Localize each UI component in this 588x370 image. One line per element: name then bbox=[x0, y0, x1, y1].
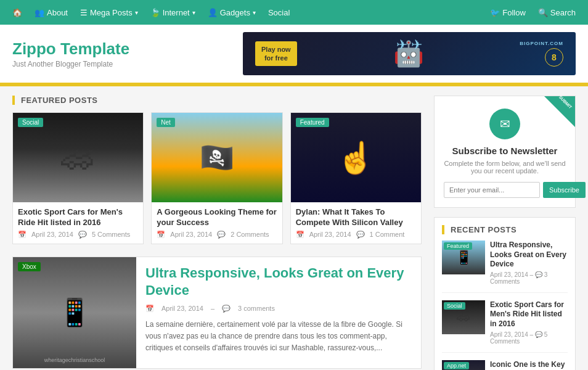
sidebar: SUBMIT ✉ Subscribe to Newsletter Complet… bbox=[434, 96, 576, 370]
animation-icon: 🏴‍☠️ bbox=[200, 141, 234, 174]
watermark: wheritagechristianschool bbox=[13, 357, 136, 363]
recent-post-3-thumb: ⌨️ App.net bbox=[442, 360, 485, 370]
calendar-icon: 📅 bbox=[145, 305, 154, 313]
large-post: 📱 Xbox wheritagechristianschool Ultra Re… bbox=[12, 257, 422, 369]
featured-card-3-image: ☝️ Featured bbox=[291, 113, 421, 202]
recent-badge-3: App.net bbox=[444, 362, 469, 369]
content-area: FEATURED POSTS 🏎 Social Exotic Sport Car… bbox=[12, 96, 422, 370]
finger-icon: ☝️ bbox=[337, 140, 375, 176]
home-icon: 🏠 bbox=[12, 8, 22, 17]
nav-search[interactable]: 🔍 Search bbox=[532, 8, 582, 17]
recent-badge-2: Social bbox=[444, 302, 465, 310]
large-post-image: 📱 Xbox wheritagechristianschool bbox=[13, 257, 136, 368]
nav-item-gadgets[interactable]: 👤 Gadgets ▾ bbox=[202, 8, 262, 17]
smartphone-icon: 📱 bbox=[57, 296, 92, 329]
large-post-title: Ultra Responsive, Looks Great on Every D… bbox=[145, 265, 414, 300]
users-icon: 👥 bbox=[35, 8, 44, 17]
featured-card-3: ☝️ Featured Dylan: What It Takes To Comp… bbox=[290, 112, 422, 244]
recent-post-3: ⌨️ App.net Iconic One is the Key to your… bbox=[442, 360, 568, 370]
banner-logo: BIGPOINT.COM 8 bbox=[520, 41, 563, 67]
recent-post-1: 📱 Featured Ultra Responsive, Looks Great… bbox=[442, 240, 568, 293]
person-icon: 👤 bbox=[208, 8, 218, 17]
recent-post-2-thumb: 🏎 Social bbox=[442, 300, 485, 334]
large-post-body: Ultra Responsive, Looks Great on Every D… bbox=[145, 257, 421, 368]
comment-icon: 💬 bbox=[222, 305, 231, 313]
nav-item-about[interactable]: 👥 About bbox=[28, 8, 74, 17]
featured-grid: 🏎 Social Exotic Sport Cars for Men's Rid… bbox=[12, 112, 422, 244]
calendar-icon: 📅 bbox=[18, 231, 27, 239]
recent-post-1-thumb: 📱 Featured bbox=[442, 240, 485, 274]
chevron-down-icon: ▾ bbox=[135, 9, 138, 16]
nav-follow[interactable]: 🐦 Follow bbox=[484, 8, 532, 17]
featured-card-2-image: 🏴‍☠️ Net bbox=[152, 113, 282, 202]
nav-item-internet[interactable]: 🍃 Internet ▾ bbox=[144, 8, 202, 17]
chevron-down-icon: ▾ bbox=[253, 9, 256, 16]
recent-post-2-meta: April 23, 2014 – 💬 5 Comments bbox=[490, 331, 568, 345]
site-subtitle: Just Another Blogger Template bbox=[12, 60, 129, 68]
recent-posts-section: RECENT POSTS 📱 Featured Ultra Responsive… bbox=[434, 217, 576, 370]
large-post-text: La semaine dernière, certainement volé p… bbox=[145, 319, 414, 355]
email-input[interactable] bbox=[444, 182, 540, 198]
comment-icon: 💬 bbox=[356, 231, 365, 239]
recent-post-2-title: Exotic Sport Cars for Men's Ride Hit lis… bbox=[490, 300, 568, 329]
newsletter-form: Subscribe bbox=[444, 182, 566, 198]
leaf-icon: 🍃 bbox=[150, 8, 160, 17]
recent-post-3-title: Iconic One is the Key to your Blogging S… bbox=[490, 360, 568, 370]
badge-xbox: Xbox bbox=[18, 262, 41, 271]
featured-card-2-title: A Gorgeous Looking Theme for your Succes… bbox=[157, 207, 277, 228]
ribbon-triangle bbox=[544, 96, 575, 127]
site-title: Zippo Template bbox=[12, 39, 129, 59]
recent-post-3-info: Iconic One is the Key to your Blogging S… bbox=[490, 360, 568, 370]
recent-post-2-info: Exotic Sport Cars for Men's Ride Hit lis… bbox=[490, 300, 568, 345]
featured-card-1-body: Exotic Sport Cars for Men's Ride Hit lis… bbox=[13, 202, 143, 244]
featured-card-1-meta: 📅 April 23, 2014 💬 5 Comments bbox=[18, 231, 138, 239]
featured-card-2-body: A Gorgeous Looking Theme for your Succes… bbox=[152, 202, 282, 244]
car-icon: 🏎 bbox=[61, 138, 95, 178]
badge-social: Social bbox=[18, 118, 43, 127]
envelope-icon: ✉ bbox=[489, 109, 520, 139]
large-post-placeholder: 📱 bbox=[13, 257, 136, 368]
featured-card-3-title: Dylan: What It Takes To Compete With Sil… bbox=[296, 207, 416, 228]
comment-icon: 💬 bbox=[78, 231, 87, 239]
featured-card-3-meta: 📅 April 23, 2014 💬 1 Comment bbox=[296, 231, 416, 239]
search-icon: 🔍 bbox=[538, 8, 548, 17]
calendar-icon: 📅 bbox=[157, 231, 165, 239]
header-banner[interactable]: Play now for free 🤖 BIGPOINT.COM 8 ✈ ✈ bbox=[243, 32, 576, 75]
large-post-meta: 📅 April 23, 2014 – 💬 3 comments bbox=[145, 305, 414, 313]
comment-icon: 💬 bbox=[535, 331, 542, 338]
calendar-icon: 📅 bbox=[296, 231, 304, 239]
newsletter-description: Complete the form below, and we'll send … bbox=[444, 160, 566, 175]
main-nav: 🏠 👥 About ☰ Mega Posts ▾ 🍃 Internet ▾ 👤 … bbox=[0, 0, 588, 25]
featured-card-1-image: 🏎 Social bbox=[13, 113, 143, 202]
nav-item-mega-posts[interactable]: ☰ Mega Posts ▾ bbox=[74, 8, 144, 17]
nav-left: 🏠 👥 About ☰ Mega Posts ▾ 🍃 Internet ▾ 👤 … bbox=[6, 8, 484, 17]
featured-card-3-body: Dylan: What It Takes To Compete With Sil… bbox=[291, 202, 421, 244]
twitter-icon: 🐦 bbox=[490, 8, 500, 17]
recent-post-2: 🏎 Social Exotic Sport Cars for Men's Rid… bbox=[442, 300, 568, 353]
nav-home[interactable]: 🏠 bbox=[6, 8, 28, 17]
recent-post-1-meta: April 23, 2014 – 💬 3 Comments bbox=[490, 271, 568, 285]
nav-item-social[interactable]: Social bbox=[262, 8, 296, 17]
recent-posts-header: RECENT POSTS bbox=[442, 225, 568, 234]
menu-icon: ☰ bbox=[80, 8, 88, 17]
featured-card-2: 🏴‍☠️ Net A Gorgeous Looking Theme for yo… bbox=[151, 112, 282, 244]
chevron-down-icon: ▾ bbox=[192, 9, 195, 16]
recent-post-1-info: Ultra Responsive, Looks Great on Every D… bbox=[490, 240, 568, 285]
recent-post-1-title: Ultra Responsive, Looks Great on Every D… bbox=[490, 240, 568, 269]
main-container: FEATURED POSTS 🏎 Social Exotic Sport Car… bbox=[0, 86, 588, 370]
plane-icons: ✈ ✈ bbox=[396, 37, 422, 53]
comment-icon: 💬 bbox=[217, 231, 226, 239]
recent-badge-1: Featured bbox=[444, 242, 472, 250]
newsletter-title: Subscribe to Newsletter bbox=[444, 146, 566, 156]
banner-play-button[interactable]: Play now for free bbox=[255, 41, 297, 67]
comment-icon: 💬 bbox=[535, 271, 542, 278]
site-header: Zippo Template Just Another Blogger Temp… bbox=[0, 25, 588, 84]
featured-section-header: FEATURED POSTS bbox=[12, 96, 422, 105]
featured-card-2-meta: 📅 April 23, 2014 💬 2 Comments bbox=[157, 231, 277, 239]
subscribe-button[interactable]: Subscribe bbox=[543, 182, 586, 198]
badge-net: Net bbox=[157, 118, 175, 127]
badge-featured: Featured bbox=[296, 118, 329, 127]
featured-card-1: 🏎 Social Exotic Sport Cars for Men's Rid… bbox=[12, 112, 144, 244]
newsletter-box: SUBMIT ✉ Subscribe to Newsletter Complet… bbox=[434, 96, 576, 208]
nav-right: 🐦 Follow 🔍 Search bbox=[484, 8, 582, 17]
